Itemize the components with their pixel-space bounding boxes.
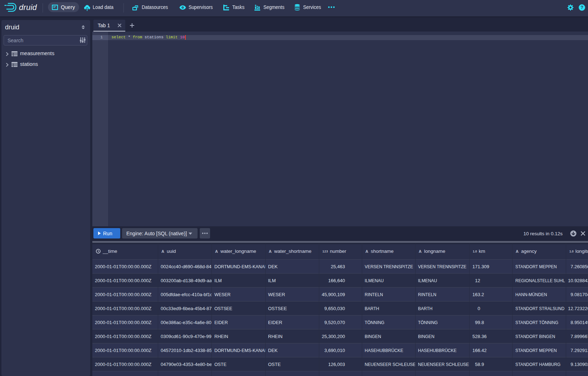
svg-text:?: ? (580, 5, 583, 10)
